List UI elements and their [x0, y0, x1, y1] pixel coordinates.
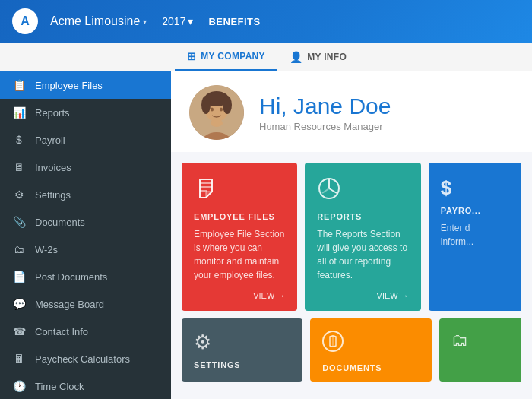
svg-point-7	[220, 108, 223, 112]
payroll-card[interactable]: $ PAYRO... Enter dinform...	[429, 163, 521, 311]
sidebar-icon-time-clock: 🕐	[12, 380, 26, 392]
employee-files-card-icon	[194, 176, 285, 206]
bottom-cards-grid: ⚙ SETTINGS DOCUMENTS 🗂	[171, 311, 532, 382]
documents-bottom-card[interactable]: DOCUMENTS	[310, 318, 431, 382]
payroll-card-title: PAYRO...	[441, 206, 509, 215]
reports-card-desc: The Reports Section will give you access…	[317, 227, 408, 282]
employee-files-card-desc: Employee File Section is where you can m…	[194, 227, 285, 282]
svg-point-5	[223, 96, 232, 114]
company-icon: ⊞	[187, 50, 196, 62]
year-selector[interactable]: 2017 ▾	[162, 15, 193, 27]
sidebar-item-contact-info[interactable]: ☎ Contact Info	[0, 318, 171, 345]
person-icon: 👤	[290, 51, 302, 63]
svg-point-4	[201, 96, 211, 114]
sidebar-item-payroll[interactable]: $ Payroll	[0, 126, 171, 154]
sidebar-icon-post-documents: 📄	[12, 271, 26, 283]
sidebar-icon-employee-files: 📋	[12, 79, 26, 91]
hero-section: Hi, Jane Doe Human Resources Manager	[171, 71, 532, 152]
company-chevron-icon: ▾	[143, 17, 147, 26]
sidebar-icon-paycheck-calc: 🖩	[12, 353, 26, 365]
documents-bottom-title: DOCUMENTS	[322, 363, 419, 372]
main-content: Hi, Jane Doe Human Resources Manager EMP…	[171, 71, 532, 399]
reports-card-link[interactable]: VIEW →	[317, 291, 408, 300]
svg-point-8	[211, 119, 223, 127]
employee-files-card-link[interactable]: VIEW →	[194, 291, 285, 300]
settings-bottom-card[interactable]: ⚙ SETTINGS	[182, 318, 302, 382]
sec-nav-my-info[interactable]: 👤 MY INFO	[277, 43, 359, 71]
sidebar-item-w2s[interactable]: 🗂 W-2s	[0, 236, 171, 263]
payroll-card-icon: $	[441, 176, 509, 200]
sidebar-label-invoices: Invoices	[35, 162, 71, 173]
company-name-dropdown[interactable]: Acme Limousine ▾	[50, 14, 147, 28]
sidebar-icon-message-board: 💬	[12, 298, 26, 310]
sidebar-label-payroll: Payroll	[35, 135, 65, 146]
sidebar-label-time-clock: Time Clock	[35, 381, 84, 392]
reports-card-title: REPORTS	[317, 212, 408, 221]
year-chevron-icon: ▾	[188, 15, 193, 27]
reports-card[interactable]: REPORTS The Reports Section will give yo…	[305, 163, 420, 311]
avatar	[189, 85, 244, 140]
sidebar-item-reports[interactable]: 📊 Reports	[0, 99, 171, 126]
sidebar-item-post-documents[interactable]: 📄 Post Documents	[0, 263, 171, 290]
sidebar-label-message-board: Message Board	[35, 299, 104, 310]
settings-bottom-title: SETTINGS	[194, 360, 290, 369]
w2s-bottom-card[interactable]: 🗂	[439, 318, 521, 382]
sidebar-item-employee-files[interactable]: 📋 Employee Files	[0, 71, 171, 99]
sidebar-label-paycheck-calc: Paycheck Calculators	[35, 353, 130, 365]
sidebar-icon-invoices: 🖥	[12, 161, 26, 173]
greeting-text: Hi, Jane Doe	[259, 93, 391, 119]
employee-files-card[interactable]: EMPLOYEE FILES Employee File Section is …	[182, 163, 297, 311]
svg-point-6	[211, 108, 214, 112]
sidebar-icon-settings: ⚙	[12, 188, 26, 201]
sidebar-item-message-board[interactable]: 💬 Message Board	[0, 290, 171, 318]
sidebar-icon-reports: 📊	[12, 106, 26, 119]
sidebar: 📋 Employee Files 📊 Reports $ Payroll 🖥 I…	[0, 71, 171, 399]
top-cards-grid: EMPLOYEE FILES Employee File Section is …	[171, 152, 532, 311]
sidebar-label-employee-files: Employee Files	[35, 80, 103, 91]
documents-bottom-icon	[322, 331, 419, 357]
secondary-nav: ⊞ MY COMPANY 👤 MY INFO	[0, 43, 532, 71]
sidebar-label-w2s: W-2s	[35, 244, 58, 255]
sidebar-item-paycheck-calc[interactable]: 🖩 Paycheck Calculators	[0, 345, 171, 372]
main-layout: 📋 Employee Files 📊 Reports $ Payroll 🖥 I…	[0, 71, 532, 399]
benefits-nav-link[interactable]: BENEFITS	[208, 16, 260, 27]
sidebar-icon-w2s: 🗂	[12, 243, 26, 255]
sidebar-item-time-clock[interactable]: 🕐 Time Clock	[0, 372, 171, 399]
sidebar-item-settings[interactable]: ⚙ Settings	[0, 181, 171, 208]
settings-bottom-icon: ⚙	[194, 331, 290, 354]
subtitle-text: Human Resources Manager	[259, 121, 391, 132]
sidebar-label-post-documents: Post Documents	[35, 271, 107, 283]
sidebar-label-documents: Documents	[35, 217, 85, 228]
top-nav: A Acme Limousine ▾ 2017 ▾ BENEFITS	[0, 0, 532, 43]
hero-text: Hi, Jane Doe Human Resources Manager	[259, 93, 391, 132]
sidebar-item-invoices[interactable]: 🖥 Invoices	[0, 154, 171, 181]
payroll-card-desc: Enter dinform...	[441, 221, 509, 300]
sidebar-icon-contact-info: ☎	[12, 325, 26, 337]
employee-files-card-title: EMPLOYEE FILES	[194, 212, 285, 221]
sidebar-item-documents[interactable]: 📎 Documents	[0, 208, 171, 236]
company-logo: A	[12, 8, 38, 34]
w2s-bottom-icon: 🗂	[451, 331, 509, 350]
sidebar-icon-payroll: $	[12, 134, 26, 146]
sidebar-label-settings: Settings	[35, 189, 71, 201]
sec-nav-my-company[interactable]: ⊞ MY COMPANY	[175, 43, 277, 71]
sidebar-icon-documents: 📎	[12, 216, 26, 228]
sidebar-label-reports: Reports	[35, 107, 70, 119]
reports-card-icon	[317, 176, 408, 206]
sidebar-label-contact-info: Contact Info	[35, 326, 88, 337]
